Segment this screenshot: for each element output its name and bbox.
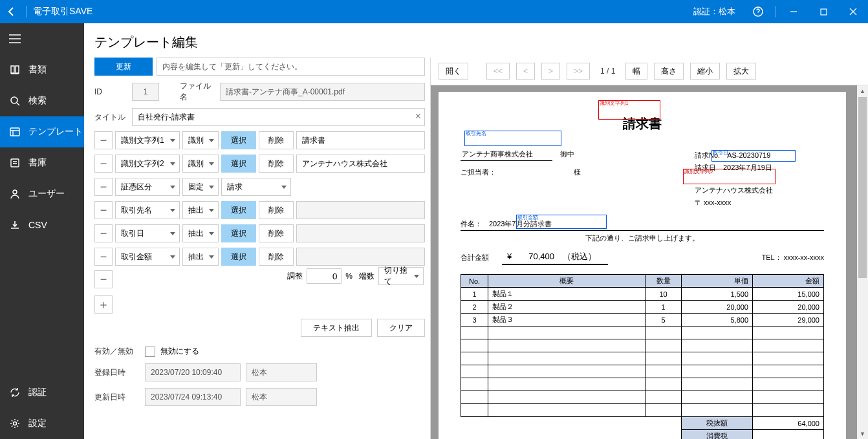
- field-value[interactable]: [296, 201, 425, 219]
- sidebar-item-template[interactable]: テンプレート: [0, 116, 84, 147]
- last-page-button[interactable]: >>: [567, 63, 590, 80]
- sidebar-item-search[interactable]: 検索: [0, 85, 84, 116]
- remove-row-button[interactable]: −: [94, 178, 113, 196]
- field-value[interactable]: [296, 224, 425, 242]
- value-select[interactable]: 請求: [221, 178, 291, 196]
- doc-title: 請求書: [461, 115, 824, 133]
- field-select[interactable]: 取引先名: [115, 201, 180, 219]
- field-value[interactable]: [296, 248, 425, 266]
- vertical-scrollbar[interactable]: ▲ ▼: [857, 85, 868, 439]
- scroll-up-arrow[interactable]: ▲: [857, 85, 868, 96]
- sidebar-item-archive[interactable]: 書庫: [0, 147, 84, 178]
- mode-select[interactable]: 抽出: [182, 248, 219, 266]
- zoom-in-button[interactable]: 拡大: [726, 63, 756, 80]
- field-select[interactable]: 識別文字列1: [115, 131, 180, 149]
- fit-width-button[interactable]: 幅: [625, 63, 647, 80]
- title-input[interactable]: [132, 108, 425, 126]
- sidebar-item-settings[interactable]: 設定: [0, 408, 84, 439]
- remove-row-button[interactable]: −: [94, 131, 113, 149]
- select-button[interactable]: 選択: [221, 155, 256, 173]
- mode-select[interactable]: 抽出: [182, 201, 219, 219]
- mode-select[interactable]: 抽出: [182, 224, 219, 242]
- svg-point-6: [14, 422, 17, 425]
- gear-icon: [9, 418, 21, 429]
- delete-button[interactable]: 削除: [259, 201, 294, 219]
- add-row-button[interactable]: ＋: [94, 295, 113, 314]
- sidebar-item-user[interactable]: ユーザー: [0, 178, 84, 209]
- field-value[interactable]: アンテナハウス株式会社: [296, 155, 425, 173]
- delete-button[interactable]: 削除: [259, 248, 294, 266]
- remove-row-button[interactable]: −: [94, 248, 113, 266]
- mode-select[interactable]: 固定: [182, 178, 219, 196]
- field-select[interactable]: 取引日: [115, 224, 180, 242]
- next-page-button[interactable]: >: [541, 63, 560, 80]
- th-qty: 数量: [646, 275, 682, 288]
- svg-point-2: [11, 97, 17, 103]
- svg-rect-4: [11, 159, 19, 167]
- doc-no-value: AS-20230719: [727, 151, 770, 159]
- doc-no-label: 請求No.: [695, 151, 720, 159]
- remove-row-button[interactable]: −: [94, 224, 113, 242]
- field-select[interactable]: 証憑区分: [115, 178, 180, 196]
- field-value[interactable]: 請求書: [296, 131, 425, 149]
- zoom-out-button[interactable]: 縮小: [690, 63, 720, 80]
- hamburger-button[interactable]: [0, 23, 84, 54]
- doc-from-company: アンテナハウス株式会社: [695, 186, 824, 195]
- table-row: [461, 365, 824, 378]
- invalidate-checkbox[interactable]: [145, 347, 155, 357]
- sidebar-item-documents[interactable]: 書類: [0, 54, 84, 85]
- help-button[interactable]: [743, 0, 773, 23]
- sidebar-item-label: 検索: [28, 95, 47, 107]
- field-select[interactable]: 識別文字列2: [115, 155, 180, 173]
- close-button[interactable]: [838, 0, 868, 23]
- table-row: 消費税: [461, 430, 824, 440]
- field-select[interactable]: 取引金額: [115, 248, 180, 266]
- back-button[interactable]: [0, 0, 23, 23]
- sidebar-item-label: ユーザー: [28, 188, 65, 200]
- adjust-input[interactable]: [307, 268, 342, 284]
- doc-postal: 〒 xxx-xxxx: [695, 198, 824, 208]
- select-button[interactable]: 選択: [221, 248, 256, 266]
- maximize-button[interactable]: [808, 0, 838, 23]
- mode-select[interactable]: 識別: [182, 131, 219, 149]
- clear-title-button[interactable]: ×: [415, 111, 421, 122]
- search-icon: [9, 96, 21, 106]
- remove-row-button[interactable]: −: [94, 270, 113, 288]
- fraction-select[interactable]: 切り捨て: [378, 267, 424, 285]
- text-extract-button[interactable]: テキスト抽出: [301, 319, 372, 337]
- th-no: No.: [461, 275, 488, 288]
- open-button[interactable]: 開く: [439, 63, 468, 80]
- th-price: 単価: [682, 275, 753, 288]
- table-row: 2製品２120,00020,000: [461, 301, 824, 314]
- select-button[interactable]: 選択: [221, 201, 256, 219]
- remove-row-button[interactable]: −: [94, 201, 113, 219]
- scroll-thumb[interactable]: [858, 97, 867, 278]
- remove-row-button[interactable]: −: [94, 155, 113, 173]
- table-row: [461, 339, 824, 352]
- form-panel: 更新 内容を編集して「更新」してください。 ID 1 ファイル名 請求書-アンテ…: [84, 58, 430, 439]
- scroll-down-arrow[interactable]: ▼: [857, 428, 868, 439]
- update-button[interactable]: 更新: [94, 58, 153, 76]
- delete-button[interactable]: 削除: [259, 224, 294, 242]
- sidebar-item-label: 設定: [28, 418, 47, 429]
- prev-page-button[interactable]: <: [516, 63, 535, 80]
- delete-button[interactable]: 削除: [259, 131, 294, 149]
- doc-note: 下記の通り、ご請求申し上げます。: [461, 233, 824, 243]
- table-row: [461, 404, 824, 417]
- fit-height-button[interactable]: 高さ: [654, 63, 684, 80]
- separator: [26, 6, 27, 17]
- delete-button[interactable]: 削除: [259, 155, 294, 173]
- sidebar-item-auth[interactable]: 認証: [0, 377, 84, 408]
- separator: [776, 6, 776, 17]
- select-button[interactable]: 選択: [221, 131, 256, 149]
- fraction-label: 端数: [359, 271, 374, 282]
- book-icon: [9, 65, 21, 75]
- first-page-button[interactable]: <<: [486, 63, 510, 80]
- select-button[interactable]: 選択: [221, 224, 256, 242]
- upd-date-value: 2023/07/24 09:13:40: [145, 388, 241, 406]
- mode-select[interactable]: 識別: [182, 155, 219, 173]
- sidebar-item-csv[interactable]: CSV: [0, 209, 84, 241]
- clear-button[interactable]: クリア: [377, 319, 425, 337]
- minimize-button[interactable]: [779, 0, 808, 23]
- upd-date-label: 更新日時: [94, 392, 140, 403]
